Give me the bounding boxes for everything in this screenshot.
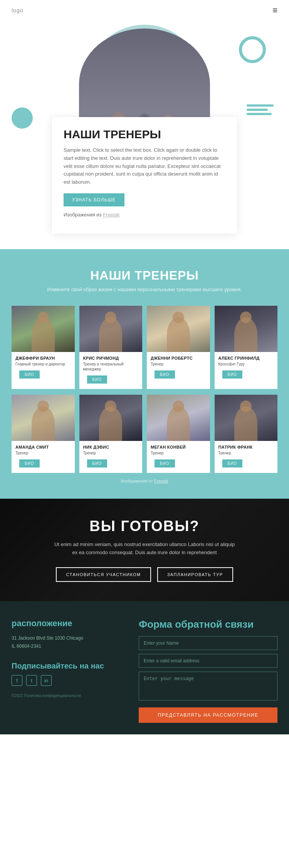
trainers-grid-row1: ДЖЕФФРИ БРАУН Главный тренер и директор … bbox=[12, 306, 277, 389]
trainer-photo-6 bbox=[147, 395, 210, 441]
trainer-bio-btn-5[interactable]: БИО bbox=[87, 459, 108, 468]
footer-follow-heading: Подписывайтесь на нас bbox=[12, 662, 127, 670]
footer-address: 31 Jackson Blvd Ste 1030 Chicago IL 6060… bbox=[12, 634, 127, 650]
footer-location-heading: расположение bbox=[12, 618, 127, 628]
trainer-role-1: Тренер и генеральный менеджер bbox=[83, 362, 139, 372]
trainer-bio-btn-3[interactable]: БИО bbox=[222, 370, 243, 379]
form-email-input[interactable] bbox=[139, 654, 277, 668]
footer-copyright: ©2022 Политика конфиденциальности bbox=[12, 694, 127, 698]
trainer-role-0: Главный тренер и директор bbox=[15, 362, 71, 367]
trainer-name-4: АМАНДА СМИТ bbox=[15, 445, 71, 449]
nav-menu-icon[interactable]: ≡ bbox=[272, 5, 277, 15]
form-name-input[interactable] bbox=[139, 636, 277, 650]
trainers-attribution-link[interactable]: Freepik bbox=[154, 479, 168, 483]
trainer-card-5: НИК ДЭВИС Тренер БИО bbox=[79, 395, 143, 473]
trainer-photo-7 bbox=[215, 395, 278, 441]
trainer-card-6: МЕГАН КОНВЕЙ Тренер БИО bbox=[147, 395, 210, 473]
hero-card: НАШИ ТРЕНЕРЫ Sample text. Click to selec… bbox=[52, 117, 237, 234]
social-icons-row: f t in bbox=[12, 675, 127, 686]
trainer-role-6: Тренер bbox=[151, 451, 206, 456]
hero-cta-button[interactable]: УЗНАТЬ БОЛЬШЕ bbox=[64, 193, 124, 206]
footer: расположение 31 Jackson Blvd Ste 1030 Ch… bbox=[0, 601, 289, 734]
trainer-bio-btn-4[interactable]: БИО bbox=[19, 459, 40, 468]
hero-deco-circle bbox=[239, 36, 266, 63]
form-title: Форма обратной связи bbox=[139, 618, 277, 630]
trainers-section-subtitle: Измените свой образ жизни с нашими персо… bbox=[12, 287, 277, 292]
trainer-bio-btn-0[interactable]: БИО bbox=[19, 370, 40, 379]
trainer-role-7: Тренер bbox=[218, 451, 274, 456]
trainer-card-1: КРИС РИЧМОНД Тренер и генеральный менедж… bbox=[79, 306, 143, 389]
trainers-grid-row2: АМАНДА СМИТ Тренер БИО НИК ДЭВИС Тренер … bbox=[12, 395, 277, 473]
trainer-bio-btn-2[interactable]: БИО bbox=[155, 370, 175, 379]
social-icon-instagram[interactable]: in bbox=[41, 675, 52, 686]
hero-section: НАШИ ТРЕНЕРЫ Sample text. Click to selec… bbox=[0, 21, 289, 249]
hero-deco-circle2 bbox=[12, 107, 33, 129]
form-submit-button[interactable]: ПРЕДСТАВЛЯТЬ НА РАССМОТРЕНИЕ bbox=[139, 707, 277, 723]
trainer-role-2: Тренер bbox=[151, 362, 206, 367]
footer-right: Форма обратной связи ПРЕДСТАВЛЯТЬ НА РАС… bbox=[139, 618, 277, 722]
hero-title: НАШИ ТРЕНЕРЫ bbox=[64, 128, 225, 141]
trainer-name-3: АЛЕКС ГРИНФИЛД bbox=[218, 356, 274, 360]
trainer-photo-5 bbox=[79, 395, 143, 441]
trainer-name-6: МЕГАН КОНВЕЙ bbox=[151, 445, 206, 449]
trainer-bio-btn-6[interactable]: БИО bbox=[155, 459, 175, 468]
trainer-card-4: АМАНДА СМИТ Тренер БИО bbox=[12, 395, 75, 473]
footer-left: расположение 31 Jackson Blvd Ste 1030 Ch… bbox=[12, 618, 127, 722]
hero-attribution-text: Изображения из bbox=[64, 212, 102, 218]
trainer-role-4: Тренер bbox=[15, 451, 71, 456]
trainer-photo-2 bbox=[147, 306, 210, 352]
social-icon-facebook[interactable]: f bbox=[12, 675, 22, 686]
trainer-name-1: КРИС РИЧМОНД bbox=[83, 356, 139, 360]
hero-deco-waves bbox=[247, 104, 274, 117]
nav-logo: logo bbox=[12, 7, 23, 13]
trainer-photo-0 bbox=[12, 306, 75, 352]
trainers-section-title: НАШИ ТРЕНЕРЫ bbox=[12, 268, 277, 283]
trainer-role-3: Кроссфит Гуру bbox=[218, 362, 274, 367]
trainer-name-5: НИК ДЭВИС bbox=[83, 445, 139, 449]
trainer-name-7: ПАТРИК ФРАНК bbox=[218, 445, 274, 449]
trainer-bio-btn-1[interactable]: БИО bbox=[87, 375, 108, 384]
cta-btn-member[interactable]: СТАНОВИТЬСЯ УЧАСТНИКОМ bbox=[56, 567, 151, 582]
trainer-name-0: ДЖЕФФРИ БРАУН bbox=[15, 356, 71, 360]
trainer-photo-1 bbox=[79, 306, 143, 352]
trainer-card-2: ДЖЕННИ РОБЕРТС Тренер БИО bbox=[147, 306, 210, 389]
trainer-name-2: ДЖЕННИ РОБЕРТС bbox=[151, 356, 206, 360]
hero-description: Sample text. Click to select the text bo… bbox=[64, 146, 225, 186]
trainer-card-7: ПАТРИК ФРАНК Тренер БИО bbox=[215, 395, 278, 473]
cta-buttons: СТАНОВИТЬСЯ УЧАСТНИКОМ ЗАПЛАНИРОВАТЬ ТУР bbox=[56, 567, 233, 582]
trainers-attribution-text: Изображения от bbox=[121, 479, 153, 483]
hero-attribution-link[interactable]: Freepik bbox=[103, 212, 119, 218]
trainers-section: НАШИ ТРЕНЕРЫ Измените свой образ жизни с… bbox=[0, 249, 289, 499]
trainer-photo-4 bbox=[12, 395, 75, 441]
social-icon-twitter[interactable]: t bbox=[26, 675, 37, 686]
cta-btn-tour[interactable]: ЗАПЛАНИРОВАТЬ ТУР bbox=[157, 567, 233, 582]
trainer-photo-3 bbox=[215, 306, 278, 352]
form-message-input[interactable] bbox=[139, 672, 277, 700]
cta-section: ВЫ ГОТОВЫ? Ut enim ad minim veniam, quis… bbox=[0, 499, 289, 602]
trainer-bio-btn-7[interactable]: БИО bbox=[222, 459, 243, 468]
cta-title: ВЫ ГОТОВЫ? bbox=[89, 518, 199, 535]
navbar: logo ≡ bbox=[0, 0, 289, 21]
trainer-card-3: АЛЕКС ГРИНФИЛД Кроссфит Гуру БИО bbox=[215, 306, 278, 389]
trainer-role-5: Тренер bbox=[83, 451, 139, 456]
cta-description: Ut enim ad minim veniam, quis nostrud ex… bbox=[52, 541, 237, 557]
trainer-card-0: ДЖЕФФРИ БРАУН Главный тренер и директор … bbox=[12, 306, 75, 389]
